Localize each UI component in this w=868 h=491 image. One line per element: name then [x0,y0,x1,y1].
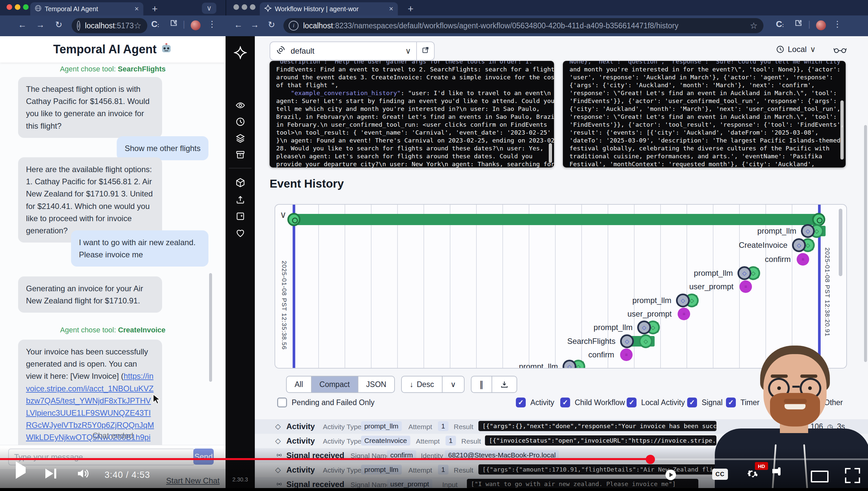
filter-activity[interactable]: ✓ Activity [516,398,554,407]
timeline-label[interactable]: prompt_llm [275,362,558,369]
view-json-button[interactable]: JSON [359,376,394,392]
import-upload-icon[interactable] [236,195,245,206]
bookmark-star-icon[interactable]: ☆ [134,21,142,31]
signal-marker[interactable]: ≡ [797,253,809,266]
puzzle-extensions-icon[interactable] [794,19,803,30]
signal-marker[interactable]: ≡ [678,308,690,320]
workflow-start-marker[interactable] [287,213,301,226]
activity-scheduled-marker[interactable]: ◇ [792,238,806,252]
timeline-scrollbar[interactable] [839,209,842,276]
layers-icon[interactable] [236,133,245,144]
browser-menu-icon[interactable]: ⋮ [208,19,216,29]
progress-playhead[interactable] [646,455,655,464]
pause-button[interactable]: ∥ [471,376,492,392]
activity-completed-marker[interactable]: ◇ [639,334,653,348]
timeline-label[interactable]: CreateInvoice [275,240,787,250]
code-scrollbar[interactable] [840,100,844,160]
schedules-clock-icon[interactable] [236,117,245,128]
new-tab-button[interactable]: + [408,3,414,15]
extension-c-icon[interactable]: C: [151,19,159,29]
checkbox-checked[interactable]: ✓ [516,398,526,407]
close-window-icon[interactable] [234,4,239,10]
checkbox-checked[interactable]: ✓ [560,398,570,407]
code-panel-right[interactable]: None}, 'next': 'question', 'response': "… [563,61,846,168]
right-address-bar[interactable]: i localhost:8233/namespaces/default/work… [283,18,764,33]
feedback-heart-icon[interactable] [236,228,245,239]
signal-marker[interactable]: ≡ [739,280,752,293]
profile-avatar[interactable] [816,21,826,30]
invoice-link[interactable]: https://invoice.stripe.com/i/acct_1NBOLu… [26,372,154,454]
back-icon[interactable]: ← [234,20,243,30]
activity-scheduled-marker[interactable]: ◇ [676,293,690,307]
close-tab-icon[interactable]: × [134,5,139,13]
reader-glasses-icon[interactable] [834,45,847,56]
download-button[interactable] [492,376,517,392]
timeline-label[interactable]: prompt_llm [275,296,671,305]
filter-local-activity[interactable]: ✓ Local Activity [627,398,685,407]
captions-button[interactable]: CC [712,469,728,480]
volume-icon[interactable] [75,467,89,482]
miniplayer-button[interactable] [778,469,780,474]
timeline-label[interactable]: user_prompt [275,282,734,291]
fullscreen-button[interactable] [845,468,860,483]
theater-mode-button[interactable] [811,470,829,483]
activity-scheduled-marker[interactable]: ◇ [637,320,651,334]
puzzle-extensions-icon[interactable] [169,19,178,30]
close-window-icon[interactable] [7,4,12,10]
reload-icon[interactable]: ↻ [55,20,62,30]
timeline-label[interactable]: user_prompt [275,309,672,319]
progress-bar-played[interactable] [0,458,651,460]
forward-icon[interactable]: → [251,20,259,30]
activity-scheduled-marker[interactable]: ◇ [738,266,751,280]
new-tab-button[interactable]: + [152,3,158,15]
extension-c-icon[interactable]: C: [776,19,784,29]
code-scrollbar[interactable] [549,143,552,163]
site-info-icon[interactable]: i [289,21,299,31]
play-button[interactable] [16,467,26,473]
back-icon[interactable]: ← [18,20,27,30]
zoom-window-icon[interactable] [250,4,255,10]
left-address-bar[interactable]: i localhost:5173 ☆ [72,18,147,33]
workflows-eye-icon[interactable] [236,100,245,112]
chat-scrollbar[interactable] [209,273,212,382]
forward-icon[interactable]: → [36,20,45,30]
external-link-icon[interactable] [422,46,429,56]
browser-menu-icon[interactable]: ⋮ [833,19,842,29]
namespace-selector[interactable]: default ∨ [270,41,435,61]
timeline-label[interactable]: confirm [275,255,791,264]
workflow-execution-bar[interactable] [294,214,819,225]
checkbox-checked[interactable]: ✓ [627,398,637,407]
view-compact-button[interactable]: Compact [312,376,359,392]
collapse-chevron-icon[interactable]: ∨ [280,209,287,220]
page-scrollbar[interactable] [864,125,867,362]
filter-child-workflow[interactable]: ✓ Child Workflow [560,398,625,407]
timeline-label[interactable]: prompt_llm [275,323,632,332]
checkbox-checked[interactable]: ✓ [687,398,697,407]
timeline-label[interactable]: prompt_llm [275,268,733,278]
archive-box-icon[interactable] [236,150,245,161]
signal-marker[interactable]: ≡ [620,348,632,361]
code-panel-left[interactable]: "description": "Help the user gather arg… [270,61,554,168]
timeline-label[interactable]: SearchFlights [275,337,616,346]
activity-scheduled-marker[interactable]: ◇ [620,334,634,348]
tab-workflow-history[interactable]: Workflow History | agent-wor × [260,2,398,16]
view-all-button[interactable]: All [287,376,312,392]
minimize-window-icon[interactable] [242,4,247,10]
pending-failed-filter[interactable]: Pending and Failed Only [277,398,374,407]
left-traffic-lights[interactable] [0,0,30,16]
bookmark-star-icon[interactable]: ☆ [750,21,757,31]
sort-chevron-button[interactable]: ∨ [442,376,464,392]
timezone-selector[interactable]: Local ∨ [776,45,816,54]
tab-temporal-ai-agent[interactable]: Temporal AI Agent × [30,2,143,16]
sort-desc-button[interactable]: ↓Desc [402,376,442,392]
close-tab-icon[interactable]: × [389,5,393,13]
site-info-icon[interactable]: i [77,21,80,31]
checkbox-unchecked[interactable] [277,398,287,407]
timeline-label[interactable]: confirm [275,350,614,359]
timeline-label[interactable]: prompt_llm [275,226,796,236]
next-button[interactable] [45,469,56,479]
activity-scheduled-marker[interactable]: ◇ [801,224,815,238]
reload-icon[interactable]: ↻ [268,20,275,30]
codec-cube-icon[interactable] [236,178,245,189]
profile-avatar[interactable] [191,21,200,30]
